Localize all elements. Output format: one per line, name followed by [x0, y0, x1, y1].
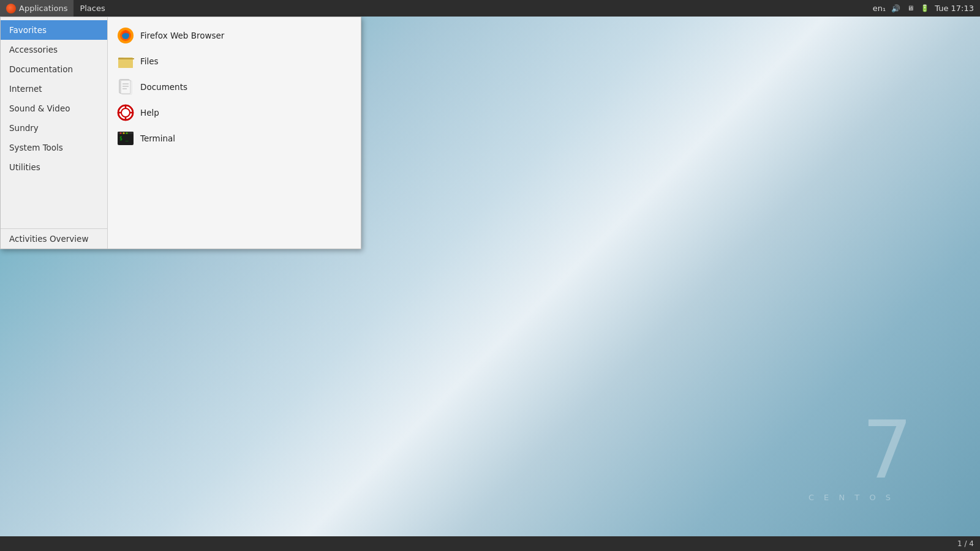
top-panel: Applications Places en₁ Tue 17:13	[0, 0, 980, 17]
terminal-label: Terminal	[140, 133, 175, 143]
volume-icon[interactable]	[891, 4, 900, 13]
menu-categories: Favorites Accessories Documentation Inte…	[1, 17, 108, 249]
category-sound-video[interactable]: Sound & Video	[1, 99, 107, 118]
category-sundry[interactable]: Sundry	[1, 118, 107, 138]
svg-point-28	[120, 132, 122, 134]
svg-rect-5	[118, 59, 133, 68]
category-accessories[interactable]: Accessories	[1, 40, 107, 59]
places-label: Places	[80, 4, 105, 13]
firefox-label: Firefox Web Browser	[140, 31, 224, 40]
language-indicator[interactable]: en₁	[873, 4, 886, 13]
applications-icon	[6, 4, 16, 13]
documents-label: Documents	[140, 82, 187, 92]
panel-left: Applications Places	[0, 0, 873, 17]
workspace-indicator: 1 / 4	[957, 539, 974, 548]
app-documents[interactable]: Documents	[111, 75, 358, 99]
application-menu: Favorites Accessories Documentation Inte…	[0, 17, 361, 249]
files-icon	[117, 53, 134, 70]
applications-button[interactable]: Applications	[0, 0, 74, 17]
app-files[interactable]: Files	[111, 49, 358, 73]
category-documentation[interactable]: Documentation	[1, 59, 107, 79]
menu-separator	[1, 177, 107, 225]
datetime-display[interactable]: Tue 17:13	[935, 4, 974, 13]
app-help[interactable]: Help	[111, 100, 358, 125]
category-internet[interactable]: Internet	[1, 79, 107, 99]
centos-seven-watermark: 7	[862, 410, 913, 490]
firefox-icon	[117, 27, 134, 44]
category-utilities[interactable]: Utilities	[1, 157, 107, 177]
svg-point-19	[121, 108, 130, 117]
network-icon[interactable]	[905, 4, 915, 13]
bottom-panel: 1 / 4	[0, 536, 980, 551]
app-firefox[interactable]: Firefox Web Browser	[111, 23, 358, 48]
app-terminal[interactable]: $ _ Terminal	[111, 126, 358, 151]
activities-overview-button[interactable]: Activities Overview	[1, 228, 107, 249]
places-button[interactable]: Places	[74, 0, 111, 17]
battery-icon[interactable]	[920, 4, 930, 13]
category-system-tools[interactable]: System Tools	[1, 138, 107, 157]
svg-rect-6	[118, 58, 134, 59]
category-favorites[interactable]: Favorites	[1, 20, 107, 40]
terminal-icon: $ _	[117, 130, 134, 147]
svg-point-30	[126, 132, 128, 134]
help-label: Help	[140, 108, 159, 118]
files-label: Files	[140, 56, 159, 66]
svg-text:$ _: $ _	[119, 136, 129, 141]
applications-label: Applications	[19, 4, 67, 13]
help-icon	[117, 104, 134, 121]
menu-apps: Firefox Web Browser Files	[108, 17, 361, 249]
documents-icon	[117, 78, 134, 96]
svg-rect-13	[121, 80, 130, 94]
svg-point-29	[123, 132, 125, 134]
panel-right: en₁ Tue 17:13	[873, 4, 980, 13]
centos-label-watermark: C E N T O S	[809, 493, 894, 502]
